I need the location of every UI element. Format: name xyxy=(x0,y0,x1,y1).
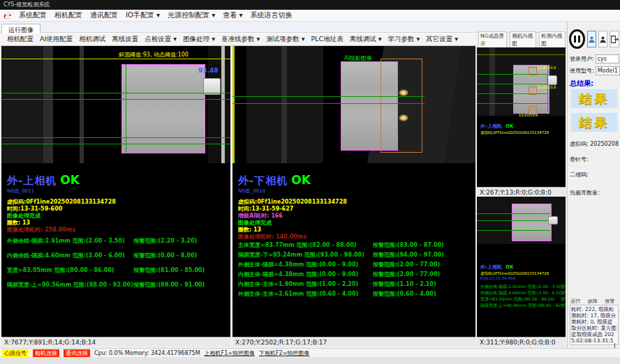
pause-button[interactable] xyxy=(569,29,585,49)
qr-code-label: 二维码: xyxy=(570,171,589,179)
measurement-value: 外侧主体-隔膜=4.38mm 范围:(0.00 - 9.00) xyxy=(238,261,373,268)
alarm-range: 报警范围:(83.00 - 87.00) xyxy=(373,241,474,249)
menu-item-view[interactable]: 查看 ▾ xyxy=(223,10,242,20)
left-coord-readout: X:7677;Y:891;R:14;G:14;B:14 xyxy=(1,337,230,347)
ai-roi-box xyxy=(381,59,422,153)
measurement-row: 内侧主体-隔膜=4.38mm 范围:(0.00 - 9.00) 报警范围:(2.… xyxy=(238,269,474,279)
measure-value-overlay: 93.48 xyxy=(198,67,218,74)
user-login-button[interactable] xyxy=(587,31,596,47)
menu-item-system-config[interactable]: 系统配置 xyxy=(19,10,47,20)
toolbar-item-other-settings[interactable]: 其它设置 ▾ xyxy=(426,35,458,44)
alarm-range: 报警范围:(81.00 - 85.00) xyxy=(561,296,566,303)
user-dark-icon xyxy=(599,35,607,44)
measurement-row: 隔膜宽度-上=90.56mm 范围:(88.00 - 92.00) 报警范围:(… xyxy=(480,303,566,309)
model-label: 使用型号: xyxy=(570,67,594,75)
alarm-range: 报警范围:(0.00 - 8.00) xyxy=(133,252,229,259)
measurement-value: 内侧主体-隔膜=4.38mm 范围:(0.00 - 9.00) xyxy=(238,271,373,278)
log-text-area[interactable]: 耗时: 222, 瑕疵检测耗时: 17, 瑕疵分类耗时: 0, 瑕疵提取分区耗时… xyxy=(570,305,619,345)
comm-connection-badge: 通讯连接 xyxy=(64,349,90,357)
window-title: CYS-视觉检测系统 xyxy=(3,1,50,8)
camera-connection-badge: 相机连接 xyxy=(33,349,59,357)
menu-item-camera-config[interactable]: 相机配置 xyxy=(54,10,82,20)
baseline-overlay-line xyxy=(1,93,230,93)
measurement-value: 隔膜宽度-上=90.56mm 范围:(88.00 - 92.00) xyxy=(7,281,133,289)
machine-band xyxy=(80,46,84,163)
measurement-row: 内侧主体-主体=1.90mm 范围:(1.00 - 2.20) 报警范围:(1.… xyxy=(238,279,474,289)
left-camera-view[interactable]: 斜面阈值:93, 动态阈值:100 93.48 外-上相机 OK NG图_001… xyxy=(1,46,230,337)
tab-detect-inner-view[interactable]: 检测内视图 xyxy=(539,31,566,47)
toolbar-item-offline-settings[interactable]: 离线设置 xyxy=(112,35,138,44)
user-manage-button[interactable] xyxy=(598,31,607,47)
toolbar-item-camera-debug[interactable]: 相机调试 xyxy=(79,35,105,44)
baseline-overlay-line xyxy=(477,103,548,104)
right-bottom-camera-view[interactable]: 外-上相机 OK 虚拟码:0Ff1ine20250208133134728 时间… xyxy=(477,197,566,337)
alarm-range: 报警范围:(0.60 - 4.00) xyxy=(373,290,474,298)
measurement-value: 隔膜宽度-上=90.56mm 范围:(88.00 - 92.00) xyxy=(480,303,561,309)
virtual-code-label: 虚拟码: xyxy=(570,141,589,147)
hotkey-upper-camera: 上相机F1=拍照图像 xyxy=(205,349,255,357)
toolbar-item-test-params[interactable]: 测试项参数 ▾ xyxy=(266,35,304,44)
middle-camera-view[interactable]: AI投影图像 外-下相机 OK NG图_0010 虚拟码:0Ff1ine2025… xyxy=(232,46,475,337)
measurement-row: 内侧余线-隔膜:4.60mm 范围:(3.00 - 6.00) 报警范围:(0.… xyxy=(480,290,566,296)
toolbar-item-camera-config[interactable]: 相机配置 xyxy=(7,35,34,44)
login-user-value[interactable]: cys xyxy=(596,54,619,63)
toolbar-item-image-processing[interactable]: 图像处理 ▾ xyxy=(183,35,215,44)
left-result-block: 外-上相机 OK NG图_0011 虚拟码:0Ff1ine20250208133… xyxy=(7,173,116,234)
baseline-overlay-line xyxy=(232,96,425,97)
toolbar-item-spotcheck-settings[interactable]: 点检设置 ▾ xyxy=(145,35,177,44)
menu-item-io-config[interactable]: IO手配置 ▾ xyxy=(126,10,160,20)
toolbar-item-ai-usage-config[interactable]: AI使用配置 xyxy=(40,35,73,44)
tab-camera-inner-view[interactable]: 相机内视图 xyxy=(510,31,536,47)
cpu-memory-readout: Cpu: 0.0% Memory: 3424.41796875M xyxy=(94,350,200,356)
threshold-overlay-text: 斜面阈值:93, 动态阈值:100 xyxy=(119,51,189,59)
tab-ng-product-display[interactable]: NG成品显示 xyxy=(478,31,507,47)
model-value[interactable]: Model1 xyxy=(596,66,620,75)
virtual-code-value: 20250208 xyxy=(590,141,619,147)
needle-number-label: 卷针号: xyxy=(570,156,589,163)
right-bottom-result-block: 外-上相机 OK 虚拟码:0Ff1ine20250208133134728 时间… xyxy=(480,258,566,309)
measurement-value: 外侧余线-隔膜:2.91mm 范围:(2.00 - 3.50) xyxy=(7,237,133,245)
measurement-value: 外侧余线-隔膜:2.91mm 范围:(2.00 - 3.50) xyxy=(480,284,561,290)
menu-item-language-switch[interactable]: 系统语言切换 xyxy=(251,10,293,20)
exit-button[interactable] xyxy=(610,31,619,47)
menu-item-comm-config[interactable]: 通讯配置 xyxy=(90,10,118,20)
left-turn-count: 圈数: 13 xyxy=(7,220,116,227)
negative-tab-count-label: 负极耳数量: xyxy=(570,189,600,197)
result-box-1: 结果 xyxy=(571,89,617,108)
right-bottom-virtual-code: 虚拟码:0Ff1ine20250208133134728 xyxy=(480,271,566,276)
right-view-tabs: NG成品显示 相机内视图 检测内视图 xyxy=(477,38,566,47)
measurement-row: 宽度=83.05mm 范围:(80.00 - 86.00) 报警范围:(81.0… xyxy=(7,265,229,275)
middle-virtual-code: 虚拟码:0Ff1ine20250208133134728 xyxy=(238,199,347,206)
toolbar-item-learning-params[interactable]: 学习参数 ▾ xyxy=(388,35,420,44)
reflection-glow xyxy=(399,114,408,121)
middle-coord-readout: X:270;Y:2502;R:17;G:17;B:17 xyxy=(232,337,475,347)
measurement-row: 外侧余线-隔膜:2.91mm 范围:(2.00 - 3.50) 报警范围:(2.… xyxy=(480,284,566,290)
product-region-overlay xyxy=(121,64,205,153)
measurement-value: 宽度=83.05mm 范围:(80.00 - 86.00) xyxy=(480,296,561,303)
machine-band xyxy=(1,46,43,163)
measurement-row: 外侧余线-隔膜:2.91mm 范围:(2.00 - 3.50) 报警范围:(2.… xyxy=(7,236,229,245)
left-time: 时间:13-31-59-600 xyxy=(7,206,116,213)
alarm-range: 报警范围:(89.00 - 91.00) xyxy=(561,303,566,309)
toolbar-item-offline-debug[interactable]: 离线调试 ▾ xyxy=(350,35,382,44)
baseline-overlay-line xyxy=(1,144,230,144)
toolbar-item-baseline-params[interactable]: 基准线参数 ▾ xyxy=(221,35,260,44)
status-bar: 心跳信号 相机连接 通讯连接 Cpu: 0.0% Memory: 3424.41… xyxy=(0,348,620,357)
result-text-2: 结果 xyxy=(579,114,610,131)
baseline-overlay-line xyxy=(477,84,548,84)
right-top-camera-view[interactable]: 13.40/13.8 13.45/13.8 13.61/13.8 外-上相机 O… xyxy=(477,47,566,187)
overlay-yellow-line xyxy=(1,59,230,59)
toolbar-item-plc-address-table[interactable]: PLC地址表 xyxy=(311,35,344,44)
measurement-row: 隔膜宽度-下=95.24mm 范围:(93.00 - 98.00) 报警范围:(… xyxy=(238,250,474,259)
middle-turn-count: 圈数: 13 xyxy=(238,227,347,234)
alarm-range: 报警范围:(89.00 - 91.00) xyxy=(133,281,229,289)
connector-tab xyxy=(548,216,558,225)
left-ng-tag: NG图_0011 xyxy=(7,188,116,195)
login-user-field: 登录用户: cys xyxy=(570,54,619,63)
tab-measure-label: 13.40/13.8 xyxy=(537,66,556,70)
baseline-overlay-line xyxy=(1,99,230,100)
menu-item-light-config[interactable]: 光源控制配置 ▾ xyxy=(168,10,215,20)
alarm-range: 报警范围:(94.00 - 97.00) xyxy=(373,251,474,259)
left-process-done: 图像处理完成 xyxy=(7,213,116,220)
measurement-value: 隔膜宽度-下=95.24mm 范围:(93.00 - 98.00) xyxy=(238,251,373,259)
